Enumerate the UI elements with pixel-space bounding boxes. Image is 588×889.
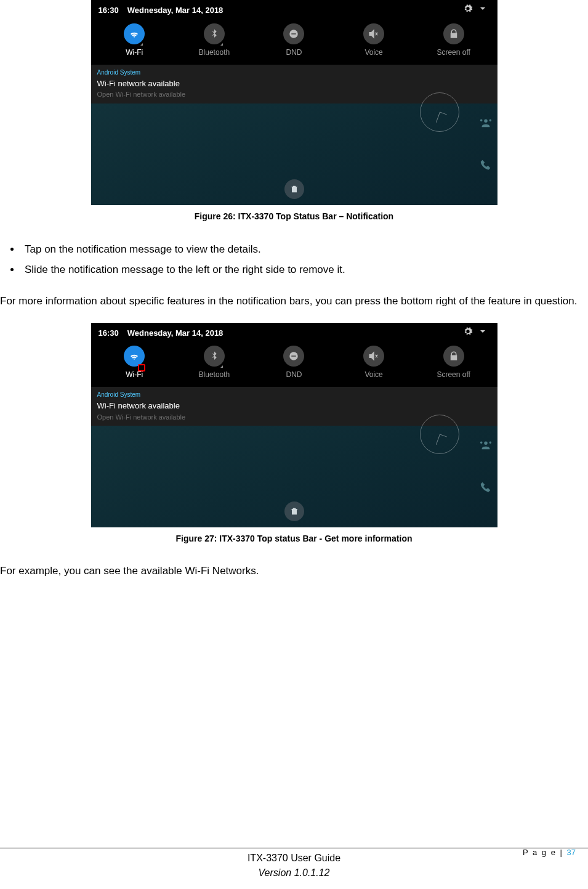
toggle-label: Voice	[364, 48, 382, 57]
launcher-background	[91, 426, 497, 527]
status-time: 16:30	[99, 327, 119, 339]
notification-source: Android System	[97, 68, 491, 77]
footer-rule	[0, 848, 588, 848]
chevron-down-icon[interactable]	[475, 4, 490, 17]
figure-27-screenshot: 16:30 Wednesday, Mar 14, 2018 Wi-Fi Blue…	[91, 323, 497, 528]
toggle-label: Bluetooth	[199, 370, 230, 379]
expand-triangle-icon[interactable]	[140, 43, 143, 46]
launcher-background	[91, 104, 497, 205]
clock-widget-icon	[420, 415, 459, 454]
figure-26-screenshot: 16:30 Wednesday, Mar 14, 2018 Wi-Fi Blue…	[91, 0, 497, 205]
clock-widget-icon	[420, 92, 459, 132]
footer-title: ITX-3370 User Guide	[0, 851, 588, 866]
paragraph: For more information about specific feat…	[0, 291, 583, 311]
toggle-dnd[interactable]: DND	[254, 346, 334, 380]
toggle-label: Bluetooth	[199, 48, 230, 57]
footer-version: Version 1.0.1.12	[0, 866, 588, 880]
voice-mute-icon	[363, 23, 384, 44]
notification-title: Wi-Fi network available	[97, 400, 491, 412]
notification-source: Android System	[97, 390, 491, 399]
toggle-label: Screen off	[437, 370, 470, 379]
notification-title: Wi-Fi network available	[97, 78, 491, 90]
expand-triangle-icon[interactable]	[220, 43, 223, 46]
expand-triangle-icon[interactable]	[220, 365, 223, 368]
voice-mute-icon	[363, 346, 384, 367]
chevron-down-icon[interactable]	[475, 327, 490, 340]
toggle-voice[interactable]: Voice	[334, 346, 414, 380]
clear-all-button[interactable]	[284, 501, 304, 521]
gear-icon[interactable]	[461, 4, 475, 17]
highlight-box	[138, 364, 145, 371]
paragraph: For example, you can see the available W…	[0, 561, 583, 580]
figure-27-caption: Figure 27: ITX-3370 Top status Bar - Get…	[0, 532, 588, 545]
toggle-label: Screen off	[437, 48, 470, 57]
page-footer: ITX-3370 User Guide Version 1.0.1.12	[0, 851, 588, 880]
figure-26-caption: Figure 26: ITX-3370 Top Status Bar – Not…	[0, 210, 588, 223]
phone-icon	[479, 159, 493, 173]
toggle-screenoff[interactable]: Screen off	[414, 346, 494, 380]
toggle-label: Wi-Fi	[126, 370, 143, 379]
toggle-label: DND	[286, 370, 302, 379]
wifi-icon	[124, 23, 145, 44]
dnd-icon	[283, 23, 304, 44]
list-item: Tap on the notification message to view …	[21, 239, 583, 260]
toggle-wifi[interactable]: Wi-Fi	[95, 346, 175, 380]
toggle-voice[interactable]: Voice	[334, 23, 414, 58]
lock-icon	[443, 346, 464, 367]
bluetooth-icon	[204, 23, 225, 44]
toggle-bluetooth[interactable]: Bluetooth	[174, 23, 254, 58]
instruction-list: Tap on the notification message to view …	[21, 239, 583, 280]
clear-all-button[interactable]	[284, 179, 304, 199]
toggle-wifi[interactable]: Wi-Fi	[95, 23, 175, 58]
android-statusbar: 16:30 Wednesday, Mar 14, 2018	[91, 0, 497, 20]
status-date: Wednesday, Mar 14, 2018	[127, 4, 224, 17]
quick-toggles-row: Wi-Fi Bluetooth DND Voice Screen off	[91, 20, 497, 64]
toggle-label: Wi-Fi	[126, 48, 143, 57]
people-icon	[479, 438, 493, 452]
dnd-icon	[283, 346, 304, 367]
android-statusbar: 16:30 Wednesday, Mar 14, 2018	[91, 323, 497, 343]
trash-icon	[289, 506, 299, 516]
gear-icon[interactable]	[461, 327, 475, 340]
quick-toggles-row: Wi-Fi Bluetooth DND Voice Screen off	[91, 342, 497, 386]
status-time: 16:30	[99, 4, 119, 17]
people-icon	[479, 116, 493, 129]
trash-icon	[289, 184, 299, 194]
toggle-label: Voice	[364, 370, 382, 379]
wifi-icon	[124, 346, 145, 367]
toggle-bluetooth[interactable]: Bluetooth	[174, 346, 254, 380]
list-item: Slide the notification message to the le…	[21, 259, 583, 280]
status-date: Wednesday, Mar 14, 2018	[127, 327, 224, 339]
toggle-label: DND	[286, 48, 302, 57]
toggle-screenoff[interactable]: Screen off	[414, 23, 494, 58]
bluetooth-icon	[204, 346, 225, 367]
lock-icon	[443, 23, 464, 44]
toggle-dnd[interactable]: DND	[254, 23, 334, 58]
phone-icon	[479, 481, 493, 495]
